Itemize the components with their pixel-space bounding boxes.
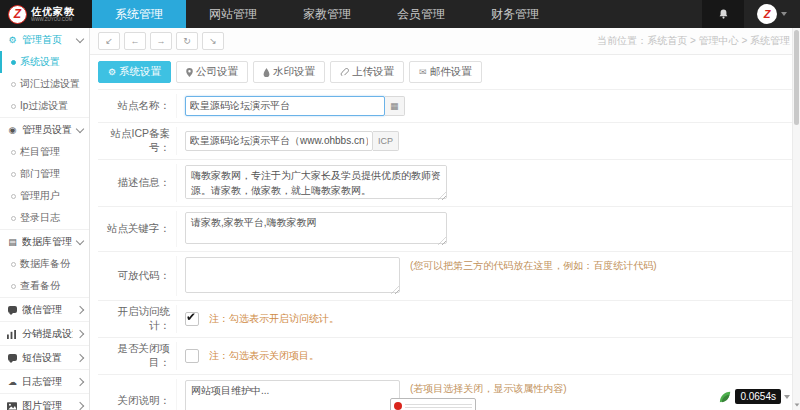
sidebar-group-label: 管理员设置 bbox=[22, 123, 73, 137]
main-menu: 系统管理 网站管理 家教管理 会员管理 财务管理 bbox=[92, 0, 562, 28]
sidebar-link-label: 日志管理 bbox=[22, 375, 73, 389]
field-label: 可放代码： bbox=[98, 256, 177, 296]
menu-item-website[interactable]: 网站管理 bbox=[186, 0, 280, 28]
scrollbar-down-arrow[interactable] bbox=[793, 400, 800, 410]
notifications-button[interactable] bbox=[702, 0, 744, 28]
target-icon: ◉ bbox=[7, 125, 18, 135]
sidebar-group-admin-home[interactable]: ⚙ 管理首页 bbox=[0, 28, 89, 51]
sidebar-group-label: 管理首页 bbox=[22, 33, 73, 47]
forward-icon[interactable]: → bbox=[150, 32, 172, 50]
site-name-picker-button[interactable]: ▦ bbox=[385, 96, 405, 116]
field-label: 描述信息： bbox=[98, 164, 177, 202]
sidebar-group-admin-settings[interactable]: ◉ 管理员设置 bbox=[0, 117, 89, 141]
tab-upload-settings[interactable]: 上传设置 bbox=[330, 61, 404, 83]
chevron-down-icon bbox=[76, 125, 84, 133]
tab-company-settings[interactable]: 公司设置 bbox=[176, 61, 248, 83]
scrollbar-thumb[interactable] bbox=[794, 30, 799, 125]
image-icon bbox=[7, 402, 18, 410]
row-keywords: 站点关键字： 请家教,家教平台,嗨教家教网 bbox=[98, 207, 792, 252]
icp-input[interactable] bbox=[185, 131, 373, 151]
row-close-project: 是否关闭项目： 注：勾选表示关闭项目。 bbox=[98, 338, 792, 375]
bullet-icon bbox=[11, 216, 16, 221]
embed-code-textarea[interactable] bbox=[185, 257, 400, 293]
bullet-icon bbox=[11, 284, 16, 289]
row-site-name: 站点名称： ▦ bbox=[98, 90, 792, 123]
tab-label: 邮件设置 bbox=[430, 65, 472, 79]
menu-item-system[interactable]: 系统管理 bbox=[92, 0, 186, 28]
sidebar-item-departments[interactable]: 部门管理 bbox=[0, 163, 89, 185]
main-content: ↙ ← → ↻ ↘ 当前位置：系统首页 > 管理中心 > 系统管理 ⚙ 系统设置… bbox=[90, 28, 800, 410]
chevron-down-icon bbox=[784, 395, 790, 399]
settings-tabs: ⚙ 系统设置 公司设置 水印设置 上传设置 bbox=[98, 61, 792, 83]
bullet-icon bbox=[11, 262, 16, 267]
close-project-checkbox[interactable] bbox=[185, 349, 199, 363]
sidebar-item-word-filter[interactable]: 词汇过滤设置 bbox=[0, 73, 89, 95]
refresh-icon[interactable]: ↻ bbox=[176, 32, 198, 50]
tab-label: 上传设置 bbox=[352, 65, 394, 79]
exit-fullscreen-icon[interactable]: ↘ bbox=[202, 32, 224, 50]
browser-download-bar[interactable] bbox=[390, 398, 476, 410]
sidebar-item-label: 数据库备份 bbox=[20, 258, 70, 269]
performance-badge[interactable]: 0.0654s bbox=[718, 389, 790, 404]
sidebar-item-columns[interactable]: 栏目管理 bbox=[0, 141, 89, 163]
sidebar-item-system-settings[interactable]: 系统设置 bbox=[0, 51, 89, 73]
download-file-text bbox=[405, 404, 472, 409]
sidebar-link-sms[interactable]: 短信设置 bbox=[0, 345, 89, 369]
embed-code-note: (您可以把第三方的代码放在这里，例如：百度统计代码) bbox=[410, 259, 657, 273]
chevron-down-icon bbox=[76, 35, 84, 43]
sidebar-item-label: 词汇过滤设置 bbox=[20, 78, 80, 89]
gear-icon: ⚙ bbox=[108, 68, 116, 77]
sidebar-item-db-backup[interactable]: 数据库备份 bbox=[0, 253, 89, 275]
sidebar-item-ip-filter[interactable]: Ip过滤设置 bbox=[0, 95, 89, 117]
sidebar-link-label: 短信设置 bbox=[22, 351, 73, 365]
sidebar-group-database[interactable]: ▤ 数据库管理 bbox=[0, 229, 89, 253]
grid-icon: ▦ bbox=[390, 101, 399, 111]
icp-addon[interactable]: ICP bbox=[373, 131, 399, 151]
site-name-input[interactable] bbox=[185, 96, 385, 116]
gear-icon: ⚙ bbox=[7, 35, 18, 45]
page-load-time: 0.0654s bbox=[735, 389, 781, 404]
vertical-scrollbar[interactable] bbox=[792, 28, 800, 410]
paperclip-icon bbox=[340, 68, 349, 77]
menu-item-finance[interactable]: 财务管理 bbox=[468, 0, 562, 28]
description-textarea[interactable]: 嗨教家教网，专注于为广大家长及学员提供优质的教师资源。请家教，做家教，就上嗨教家… bbox=[185, 165, 447, 199]
sidebar-link-commission[interactable]: 分销提成设置 bbox=[0, 321, 89, 345]
sidebar-item-admin-users[interactable]: 管理用户 bbox=[0, 185, 89, 207]
sidebar-link-logs[interactable]: ☁ 日志管理 bbox=[0, 369, 89, 393]
bullet-icon bbox=[11, 104, 16, 109]
menu-item-tutoring[interactable]: 家教管理 bbox=[280, 0, 374, 28]
tab-label: 公司设置 bbox=[196, 65, 238, 79]
sidebar-item-login-log[interactable]: 登录日志 bbox=[0, 207, 89, 229]
sidebar: ⚙ 管理首页 系统设置 词汇过滤设置 Ip过滤设置 ◉ 管理员设置 栏目管理 部… bbox=[0, 28, 90, 410]
sidebar-link-wechat[interactable]: 微信管理 bbox=[0, 297, 89, 321]
fullscreen-icon[interactable]: ↙ bbox=[98, 32, 120, 50]
menu-item-members[interactable]: 会员管理 bbox=[374, 0, 468, 28]
sms-bubble-icon bbox=[7, 353, 18, 363]
avatar: Z bbox=[757, 4, 777, 24]
chevron-right-icon bbox=[76, 402, 84, 410]
field-label: 站点关键字： bbox=[98, 211, 177, 247]
tab-system-settings[interactable]: ⚙ 系统设置 bbox=[98, 61, 171, 83]
keywords-textarea[interactable]: 请家教,家教平台,嗨教家教网 bbox=[185, 212, 447, 244]
bullet-icon bbox=[11, 172, 16, 177]
close-project-note: 注：勾选表示关闭项目。 bbox=[209, 349, 319, 363]
breadcrumb: 当前位置：系统首页 > 管理中心 > 系统管理 bbox=[597, 34, 790, 48]
sidebar-item-label: 登录日志 bbox=[20, 212, 60, 223]
chevron-right-icon bbox=[76, 306, 84, 314]
tab-watermark-settings[interactable]: 水印设置 bbox=[253, 61, 325, 83]
field-label: 关闭说明： bbox=[98, 379, 177, 410]
back-icon[interactable]: ← bbox=[124, 32, 146, 50]
envelope-icon: ✉ bbox=[419, 68, 427, 77]
close-note-textarea[interactable]: 网站项目维护中... bbox=[185, 380, 400, 410]
sidebar-item-view-backup[interactable]: 查看备份 bbox=[0, 275, 89, 297]
user-menu[interactable]: Z bbox=[744, 0, 800, 28]
sidebar-link-images[interactable]: 图片管理 bbox=[0, 393, 89, 410]
row-embed-code: 可放代码： (您可以把第三方的代码放在这里，例如：百度统计代码) bbox=[98, 252, 792, 301]
field-label: 站点ICP备案号： bbox=[98, 127, 177, 155]
bell-icon bbox=[717, 7, 730, 21]
logo-icon: Z bbox=[8, 5, 27, 24]
row-visit-stats: 开启访问统计： 注：勾选表示开启访问统计。 bbox=[98, 301, 792, 338]
visit-stats-checkbox[interactable] bbox=[185, 312, 199, 326]
tab-mail-settings[interactable]: ✉ 邮件设置 bbox=[409, 61, 482, 83]
field-label: 是否关闭项目： bbox=[98, 342, 177, 370]
